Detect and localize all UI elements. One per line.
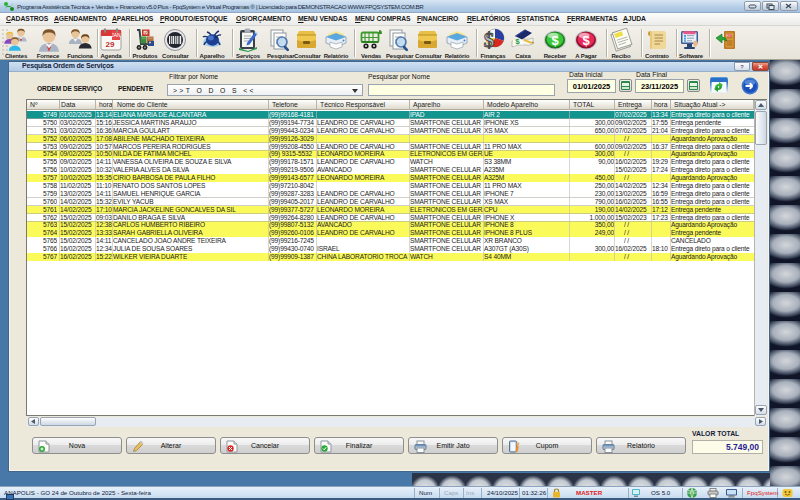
svg-text:$: $ [551,33,559,48]
svg-text:JAN: JAN [111,32,121,38]
svg-text:$: $ [515,37,520,46]
svg-text:$: $ [582,33,590,48]
svg-text:$: $ [484,28,495,52]
svg-text:EXIT: EXIT [726,34,733,38]
svg-text:29: 29 [106,40,115,49]
